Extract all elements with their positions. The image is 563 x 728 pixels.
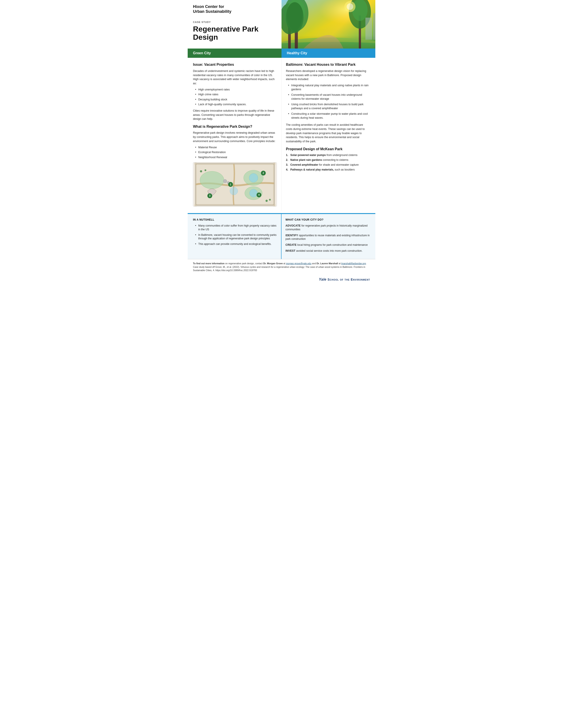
bullet-item: High unemployment rates [195,88,277,92]
issue-bullets: High unemployment rates High crime rates… [193,88,277,107]
balt-body: Researchers developed a regenerative des… [286,69,370,81]
issue-body: Decades of underinvestment and systemic … [193,69,277,86]
nutshell-section: IN A NUTSHELL Many communities of color … [188,214,282,259]
healthy-city-label: Healthy City [287,51,307,56]
action-3: CREATE local hiring programs for park co… [286,243,370,247]
principle-item: Neighborhood Renewal [195,156,277,159]
mckean-item-1: Solar-powered water pumps from undergrou… [286,153,370,157]
footer-text-bold: To find out more information [193,262,224,265]
svg-text:2: 2 [263,172,264,174]
nutshell-bullet-2: In Baltimore, vacant housing can be conv… [195,233,277,241]
svg-point-21 [249,174,258,182]
hero-image [282,0,375,49]
tag-green-city: Green City [188,49,282,58]
svg-point-37 [269,199,271,201]
tag-bar: Green City Healthy City [188,49,375,58]
what-body: Regenerative park design involves renewi… [193,131,277,143]
balt-bullet: Converting basements of vacant houses in… [288,93,370,101]
left-column: Issue: Vacant Properties Decades of unde… [188,58,282,211]
header-image [282,0,375,49]
green-city-label: Green City [193,51,211,56]
email2-link[interactable]: lmarshall@arborday.org [341,262,366,265]
issue-title: Issue: Vacant Properties [193,62,277,67]
svg-point-7 [282,3,300,34]
balt-bullet: Using crushed bricks from demolished hou… [288,103,370,110]
svg-rect-38 [194,163,275,165]
balt-title: Baltimore: Vacant Houses to Vibrant Park [286,62,370,67]
svg-point-13 [347,3,353,10]
balt-footer: The cooling amenities of parks can resul… [286,123,370,144]
svg-point-23 [230,187,238,195]
svg-rect-4 [288,22,291,49]
contact2-name: Dr. Lauren Marshall [317,262,338,265]
svg-rect-41 [273,163,275,206]
bullet-item: High crime rates [195,93,277,97]
contact1-name: Dr. Morgan Grove [263,262,283,265]
action-4: INVEST avoided social service costs into… [286,249,370,253]
balt-bullet: Constructing a solar stormwater pump to … [288,112,370,120]
what-section: What is Regenerative Park Design? Regene… [193,124,277,159]
balt-bullet: Integrating natural play materials and u… [288,84,370,91]
org-name: Hixon Center for Urban Sustainability [193,4,276,14]
svg-point-9 [288,0,305,23]
svg-rect-39 [194,204,275,206]
yale-school: School of the Environment [328,278,370,281]
issue-section: Issue: Vacant Properties Decades of unde… [193,62,277,121]
svg-text:1: 1 [230,183,231,186]
svg-rect-5 [295,18,298,49]
tag-healthy-city: Healthy City [282,49,375,58]
bottom-bar: IN A NUTSHELL Many communities of color … [188,213,375,259]
mckean-item-2: Native plant rain gardens connecting to … [286,158,370,162]
svg-point-34 [200,170,202,173]
mckean-title: Proposed Design of McKean Park [286,147,370,152]
action-title: WHAT CAN YOUR CITY DO? [286,218,370,222]
bullet-item: Decaying building stock [195,98,277,102]
action-section: WHAT CAN YOUR CITY DO? ADVOCATE for rege… [282,214,375,259]
balt-bullets: Integrating natural play materials and u… [286,84,370,120]
email1-link[interactable]: morgan.grove@yale.edu [286,262,311,265]
svg-rect-14 [366,18,372,40]
action-2: IDENTIFY opportunities to reuse material… [286,234,370,241]
header-left: Hixon Center for Urban Sustainability CA… [188,0,282,41]
svg-point-35 [204,169,206,171]
case-study-label: CASE STUDY [193,21,276,24]
principle-item: Ecological Restoration [195,150,277,154]
right-column: Baltimore: Vacant Houses to Vibrant Park… [282,58,375,211]
issue-footer: Cities require innovative solutions to i… [193,109,277,121]
action-1: ADVOCATE for regenerative park projects … [286,224,370,231]
what-title: What is Regenerative Park Design? [193,124,277,129]
page-header: Hixon Center for Urban Sustainability CA… [188,0,375,49]
principle-item: Material Reuse [195,146,277,150]
yale-branding: Yale School of the Environment [188,275,375,285]
main-title: Regenerative Park Design [193,25,276,41]
mckean-item-3: Covered amphitheater for shade and storm… [286,163,370,167]
svg-rect-40 [194,163,197,206]
mckean-item-4: Pathways & natural play materials, such … [286,168,370,172]
svg-point-36 [265,200,268,202]
park-map: .maptext{font-family:Arial;font-size:9px… [193,162,277,206]
svg-text:4: 4 [258,194,259,196]
svg-point-2 [282,38,375,49]
nutshell-title: IN A NUTSHELL [193,218,277,222]
svg-point-24 [223,179,227,183]
nutshell-bullets: Many communities of color suffer from hi… [193,224,277,246]
mckean-list: Solar-powered water pumps from undergrou… [286,153,370,171]
balt-section: Baltimore: Vacant Houses to Vibrant Park… [286,62,370,143]
footer-text: on regenerative park design, contact [224,262,263,265]
principles-list: Material Reuse Ecological Restoration Ne… [193,146,277,159]
yale-text: Yale [319,278,326,281]
svg-text:3: 3 [209,195,210,197]
main-content: Issue: Vacant Properties Decades of unde… [188,58,375,211]
nutshell-bullet-1: Many communities of color suffer from hi… [195,224,277,231]
nutshell-bullet-3: This approach can provide community and … [195,242,277,246]
bullet-item: Lack of high-quality community spaces. [195,103,277,107]
footer: To find out more information on regenera… [188,259,375,275]
svg-rect-15 [373,13,375,40]
svg-point-3 [282,42,375,49]
svg-point-22 [249,189,257,197]
mckean-section: Proposed Design of McKean Park Solar-pow… [286,147,370,172]
svg-point-18 [200,171,224,189]
